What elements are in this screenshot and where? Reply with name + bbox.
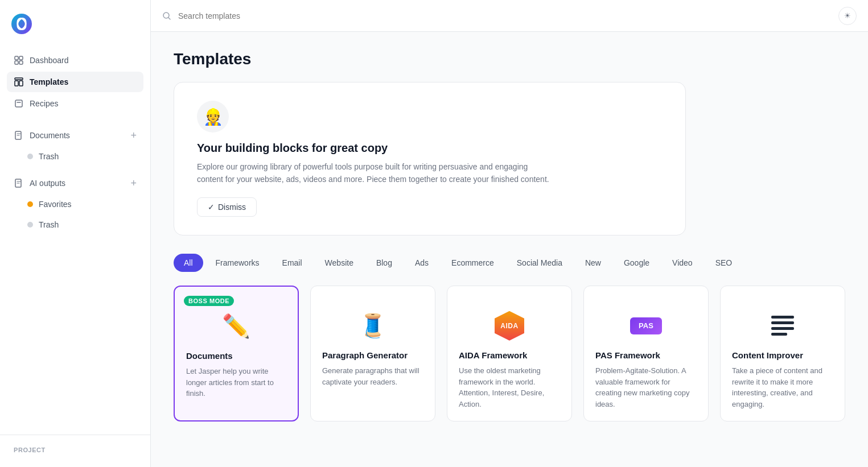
filter-tab-social-media[interactable]: Social Media [507,254,573,272]
filter-tab-blog[interactable]: Blog [366,254,402,272]
card-title: Paragraph Generator [322,350,423,361]
sidebar-bottom: PROJECT [0,435,150,458]
dismiss-button[interactable]: ✓ Dismiss [197,197,257,217]
main-area: ☀ Templates 👷 Your building blocks for g… [151,0,868,467]
sidebar-item-label: Trash [39,220,59,229]
svg-rect-3 [15,56,18,60]
sidebar-item-recipes[interactable]: Recipes [7,93,143,114]
filter-tab-email[interactable]: Email [272,254,312,272]
template-card-content-improver[interactable]: Content Improver Take a piece of content… [720,286,845,422]
sidebar-item-label: Dashboard [30,56,69,65]
svg-rect-5 [15,61,18,64]
banner-title: Your building blocks for great copy [197,142,663,155]
sidebar-item-label: Favorites [39,200,72,209]
card-description: Problem-Agitate-Solution. A valuable fra… [595,365,697,410]
svg-rect-4 [19,56,23,60]
card-icon [732,311,833,341]
card-title: Documents [186,350,286,362]
dismiss-label: Dismiss [218,202,246,212]
filter-tab-new[interactable]: New [575,254,611,272]
template-card-aida-framework[interactable]: AIDA AIDA Framework Use the oldest marke… [447,286,572,422]
trash-ai-dot [27,222,33,228]
favorites-dot [27,201,33,207]
sidebar-item-templates[interactable]: Templates [7,72,143,92]
documents-add-button[interactable]: + [130,130,137,140]
filter-tab-ads[interactable]: Ads [405,254,439,272]
sidebar-item-label: Trash [39,152,59,161]
trash-docs-dot [27,154,33,159]
filter-tab-ecommerce[interactable]: Ecommerce [441,254,504,272]
template-card-paragraph-generator[interactable]: 🧵 Paragraph Generator Generate paragraph… [310,286,435,422]
svg-rect-9 [19,81,23,86]
filter-tabs: AllFrameworksEmailWebsiteBlogAdsEcommerc… [174,254,845,272]
card-title: Content Improver [732,350,833,361]
recipes-icon [14,98,24,109]
sidebar-item-label: Recipes [30,99,59,108]
card-icon: 🧵 [322,311,423,341]
svg-point-0 [11,14,32,34]
sidebar-item-dashboard[interactable]: Dashboard [7,50,143,71]
filter-tab-website[interactable]: Website [315,254,364,272]
banner-description: Explore our growing library of powerful … [197,160,550,186]
card-icon: AIDA [459,311,560,341]
theme-icon: ☀ [844,11,851,20]
sidebar-nav: Dashboard Templates Recipes Documents + [0,50,150,425]
content-area: Templates 👷 Your building blocks for gre… [151,32,868,467]
sidebar-item-label: AI outputs [30,179,65,188]
card-icon: PAS [595,311,697,341]
banner-emoji: 👷 [197,101,229,133]
template-grid: BOSS MODE ✏️ Documents Let Jasper help y… [174,286,845,422]
sidebar: Dashboard Templates Recipes Documents + [0,0,151,467]
sidebar-item-ai-outputs[interactable]: AI outputs + [7,173,143,193]
templates-icon [14,77,24,87]
card-title: PAS Framework [595,350,697,361]
search-icon [162,11,171,20]
card-description: Take a piece of content and rewrite it t… [732,365,833,410]
card-description: Let Jasper help you write longer article… [186,366,286,399]
svg-rect-7 [15,78,23,80]
lines-icon [771,316,794,336]
card-title: AIDA Framework [459,350,560,361]
aida-badge: AIDA [495,311,524,341]
page-title: Templates [174,50,845,68]
svg-rect-6 [19,61,23,64]
filter-tab-seo[interactable]: SEO [705,254,743,272]
sidebar-item-trash-ai[interactable]: Trash [7,215,143,234]
topbar-right: ☀ [838,7,857,25]
sidebar-item-favorites[interactable]: Favorites [7,195,143,214]
topbar: ☀ [151,0,868,32]
template-card-pas-framework[interactable]: PAS PAS Framework Problem-Agitate-Soluti… [583,286,709,422]
svg-rect-10 [15,100,22,107]
theme-toggle-button[interactable]: ☀ [838,7,857,25]
filter-tab-frameworks[interactable]: Frameworks [205,254,270,272]
template-card-documents[interactable]: BOSS MODE ✏️ Documents Let Jasper help y… [174,286,299,422]
pas-badge: PAS [630,317,662,334]
svg-rect-8 [15,81,18,86]
checkmark-icon: ✓ [208,202,215,212]
documents-icon [14,130,24,140]
filter-tab-video[interactable]: Video [662,254,703,272]
sidebar-item-label: Templates [30,77,68,86]
sidebar-item-trash-docs[interactable]: Trash [7,147,143,166]
filter-tab-all[interactable]: All [174,254,203,272]
dashboard-icon [14,55,24,65]
banner-card: 👷 Your building blocks for great copy Ex… [174,82,686,235]
ai-outputs-add-button[interactable]: + [130,178,137,188]
card-description: Use the oldest marketing framework in th… [459,365,560,410]
filter-tab-google[interactable]: Google [614,254,660,272]
project-label: PROJECT [7,442,143,458]
sidebar-item-label: Documents [30,131,70,140]
search-input[interactable] [178,11,832,20]
card-badge: BOSS MODE [184,296,234,306]
card-description: Generate paragraphs that will captivate … [322,365,423,387]
logo[interactable] [0,9,150,50]
card-icon: ✏️ [186,312,286,341]
sidebar-item-documents[interactable]: Documents + [7,125,143,146]
ai-outputs-icon [14,178,24,188]
